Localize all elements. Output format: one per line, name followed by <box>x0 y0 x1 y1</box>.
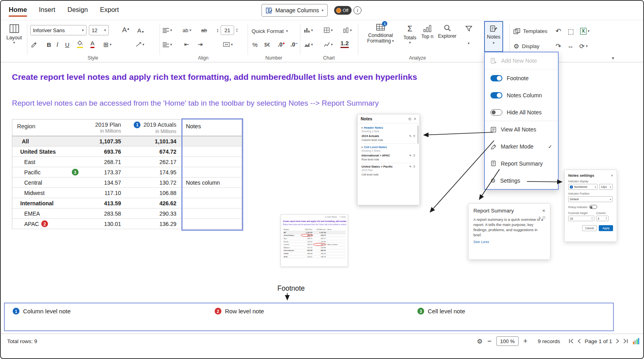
menu-item-marker-mode[interactable]: Marker Mode ✓ <box>485 138 558 155</box>
filter-button[interactable]: ▾ <box>463 26 475 45</box>
format-painter-button[interactable] <box>31 39 37 50</box>
next-page-button[interactable] <box>616 339 619 344</box>
layout-button[interactable]: Layout ▾ <box>6 24 22 44</box>
delete-icon[interactable] <box>413 165 415 168</box>
last-page-button[interactable] <box>623 339 628 344</box>
menu-item-notes-column[interactable]: Notes Column <box>485 87 558 104</box>
undo-button[interactable]: ↶ <box>556 26 561 36</box>
manage-columns-button[interactable]: Manage Columns ▾ <box>261 4 328 17</box>
close-marker-button[interactable]: × Close <box>340 216 346 218</box>
header-notes[interactable]: Notes <box>181 120 242 136</box>
chart-grid-button[interactable]: ▾ <box>324 25 333 35</box>
indicator-position-select[interactable]: Default ▾ <box>568 196 613 202</box>
note-entry-title[interactable]: United States > Pacific ✎ <box>361 165 415 168</box>
chart-type-button[interactable]: ▾ <box>304 25 313 35</box>
menu-item-hide-all-notes[interactable]: Hide All Notes <box>485 104 558 121</box>
row-height-value[interactable]: 21 <box>221 25 234 35</box>
tab-design[interactable]: Design <box>67 6 88 14</box>
line-chart-button[interactable]: ▾ <box>324 39 333 50</box>
table-row[interactable]: United States693.76674.72 <box>12 147 242 157</box>
notes-button[interactable]: Notes ▾ <box>484 21 503 52</box>
menu-item-settings[interactable]: ⚙ Settings <box>485 172 558 189</box>
templates-button[interactable]: Templates <box>513 26 548 36</box>
redo-button[interactable]: ↷ <box>556 41 561 51</box>
explorer-button[interactable]: Explorer <box>436 24 459 39</box>
previous-page-button[interactable] <box>577 339 581 344</box>
font-size-select[interactable]: 12 ▾ <box>89 25 109 35</box>
note-entry-title[interactable]: International > APAC ✎ <box>361 154 415 157</box>
menu-item-footnote[interactable]: Footnote <box>485 70 558 87</box>
increase-indent-button[interactable]: ⇥ <box>198 39 203 50</box>
currency-format-button[interactable]: $€ <box>264 39 270 50</box>
clear-marker-button[interactable]: ⟲ Clear Marker <box>325 216 337 218</box>
pin-icon[interactable]: ◎ <box>408 117 411 121</box>
quick-format-select[interactable]: Quick Format ▾ <box>252 26 288 36</box>
row-height-control[interactable]: ↕ 21 ▲▼ <box>216 25 238 35</box>
decrease-indent-button[interactable]: ⇤ <box>184 39 189 50</box>
indicator-size-select[interactable]: 12px ▾ <box>599 184 613 190</box>
italic-button[interactable]: I <box>56 39 58 50</box>
table-row[interactable]: Pacific 3173.37 174.95 <box>12 167 242 178</box>
decimal-places-button[interactable]: 1.2 <box>340 39 349 48</box>
indicator-display-select[interactable]: 1 Numbered ▾ <box>568 184 598 190</box>
edit-icon[interactable]: ✎ <box>409 135 411 138</box>
table-row[interactable]: Central134.57130.72Notes column <box>12 178 242 188</box>
refresh-button[interactable]: ⟳▾ <box>579 41 588 51</box>
settings-gear-icon[interactable]: ⚙ <box>477 338 483 345</box>
zoom-level[interactable]: 100 % <box>496 336 519 346</box>
fill-color-button[interactable] <box>77 39 83 48</box>
rollup-indicator-toggle[interactable] <box>589 205 597 209</box>
zoom-in-button[interactable]: + <box>523 337 528 345</box>
merge-cells-button[interactable]: ▾ <box>223 39 233 50</box>
diagonal-line-button[interactable]: ▾ <box>136 39 144 50</box>
borders-button[interactable]: ⊞ ▾ <box>103 39 111 50</box>
first-page-button[interactable] <box>569 339 574 344</box>
table-row[interactable]: Midwest117.10106.88 <box>12 188 242 198</box>
totals-button[interactable]: Σ Totals ▾ <box>401 24 419 44</box>
underline-button[interactable]: U <box>65 39 69 50</box>
tab-export[interactable]: Export <box>100 6 119 14</box>
conditional-formatting-button[interactable]: 1 Conditional Formatting ▾ <box>363 23 398 44</box>
menu-item-view-all-notes[interactable]: View All Notes <box>485 121 558 138</box>
menu-item-add-new-note[interactable]: Add New Note <box>485 52 558 70</box>
export-excel-button[interactable]: X ▾ <box>580 26 590 36</box>
table-row[interactable]: All1,107.351,101.34 <box>12 136 242 147</box>
bold-button[interactable]: B <box>47 39 51 50</box>
fit-width-button[interactable]: ↔ <box>567 41 574 51</box>
zoom-out-button[interactable]: − <box>487 337 492 345</box>
tab-insert[interactable]: Insert <box>39 6 55 14</box>
align-vertical-button[interactable]: ▾ <box>163 39 172 50</box>
delete-icon[interactable] <box>413 154 415 157</box>
collapse-ribbon-button[interactable]: ▾ <box>612 53 614 63</box>
close-icon[interactable]: × <box>611 174 613 178</box>
info-icon[interactable]: i <box>354 6 361 14</box>
header-region[interactable]: Region <box>12 120 69 136</box>
apply-button[interactable]: Apply <box>599 225 613 231</box>
see-less-link[interactable]: See Less <box>473 239 545 244</box>
notes-column-toggle[interactable] <box>490 92 502 98</box>
increase-font-button[interactable]: A▲ <box>122 25 130 35</box>
font-family-select[interactable]: Inforiver Sans ▾ <box>30 25 87 35</box>
table-row[interactable]: APAC2 130.01136.29 <box>12 219 242 229</box>
cancel-button[interactable]: Cancel <box>582 225 597 231</box>
increase-decimal-button[interactable]: .0+ <box>278 39 285 50</box>
note-entry-title[interactable]: 2019 Actuals ✎ <box>361 134 415 138</box>
delete-icon[interactable] <box>413 135 415 137</box>
header-plan[interactable]: 2019 Plan in Millions <box>69 120 126 136</box>
table-row[interactable]: East268.71262.17 <box>12 157 242 167</box>
row-height-stepper[interactable]: ▲▼ <box>236 28 238 33</box>
area-chart-button[interactable]: ▾ <box>304 39 313 50</box>
expand-icon[interactable]: ⊡ <box>542 216 545 220</box>
display-button[interactable]: ⚙ Display <box>513 41 540 51</box>
edit-icon[interactable]: ✎ <box>409 165 411 168</box>
shrink-text-button[interactable]: ab <box>201 25 207 35</box>
font-color-button[interactable]: A <box>90 39 94 48</box>
column-input[interactable]: 3 ▲▼ <box>596 216 609 221</box>
close-icon[interactable]: × <box>414 116 416 121</box>
close-icon[interactable]: × <box>542 208 545 214</box>
percent-format-button[interactable]: % <box>252 39 258 50</box>
menu-item-report-summary[interactable]: Report Summary <box>485 155 558 172</box>
align-horizontal-button[interactable]: ▾ <box>163 25 172 35</box>
edit-icon[interactable]: ✎ <box>538 216 541 220</box>
footnote-height-input[interactable]: 15 ▲▼ <box>568 216 594 221</box>
